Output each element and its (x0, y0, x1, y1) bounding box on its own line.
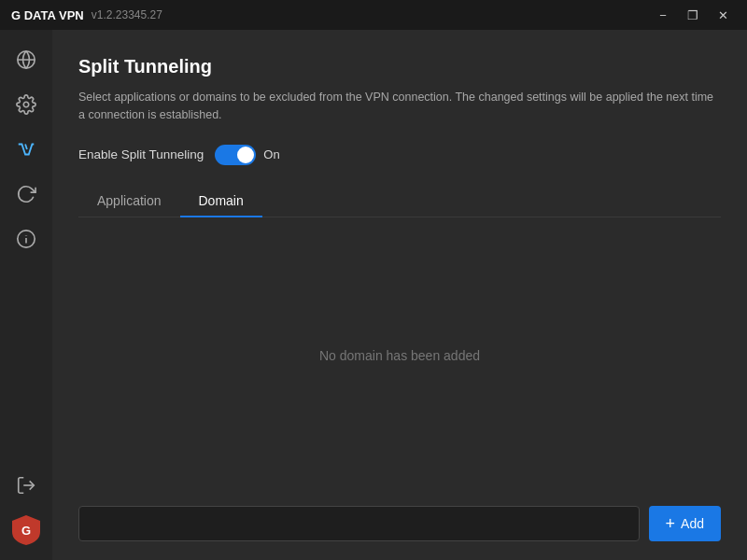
main-content: Split Tunneling Select applications or d… (52, 30, 747, 560)
sidebar: G (0, 30, 52, 560)
toggle-section: Enable Split Tunneling On (78, 145, 721, 165)
sidebar-item-settings[interactable] (7, 86, 45, 123)
title-bar: G DATA VPN v1.2.23345.27 − ❐ ✕ (0, 0, 747, 30)
gdata-logo: G (7, 511, 45, 549)
tab-application[interactable]: Application (78, 186, 180, 217)
empty-state-message: No domain has been added (319, 348, 480, 363)
sidebar-item-split-tunneling[interactable] (7, 131, 45, 168)
svg-point-1 (23, 102, 29, 107)
tabs: Application Domain (78, 186, 721, 217)
sidebar-item-refresh[interactable] (7, 175, 45, 213)
app-version: v1.2.23345.27 (92, 8, 162, 21)
sidebar-item-globe[interactable] (7, 41, 45, 78)
toggle-wrapper: On (215, 145, 279, 165)
app-body: G Split Tunneling Select applications or… (0, 30, 747, 560)
sidebar-bottom: G (7, 467, 45, 549)
split-tunneling-toggle[interactable] (215, 145, 256, 165)
sidebar-item-info[interactable] (7, 220, 45, 258)
page-description: Select applications or domains to be exc… (78, 89, 721, 124)
title-bar-controls: − ❐ ✕ (650, 6, 736, 24)
tab-content: No domain has been added (78, 217, 721, 496)
toggle-label: Enable Split Tunneling (78, 147, 204, 161)
toggle-state: On (263, 147, 279, 161)
gdata-shield-icon: G (10, 513, 42, 547)
app-title: G DATA VPN (11, 8, 84, 22)
restore-button[interactable]: ❐ (680, 6, 706, 24)
minimize-button[interactable]: − (650, 6, 676, 24)
domain-input[interactable] (78, 506, 640, 541)
close-button[interactable]: ✕ (710, 6, 736, 24)
sidebar-item-logout[interactable] (7, 467, 45, 504)
plus-icon: + (666, 515, 676, 532)
page-title: Split Tunneling (78, 56, 721, 77)
title-bar-left: G DATA VPN v1.2.23345.27 (11, 8, 162, 22)
add-domain-button[interactable]: + Add (649, 506, 721, 541)
bottom-bar: + Add (78, 495, 721, 541)
add-button-label: Add (681, 516, 704, 531)
toggle-knob (237, 147, 254, 163)
tab-domain[interactable]: Domain (180, 186, 262, 217)
svg-text:G: G (21, 524, 31, 538)
